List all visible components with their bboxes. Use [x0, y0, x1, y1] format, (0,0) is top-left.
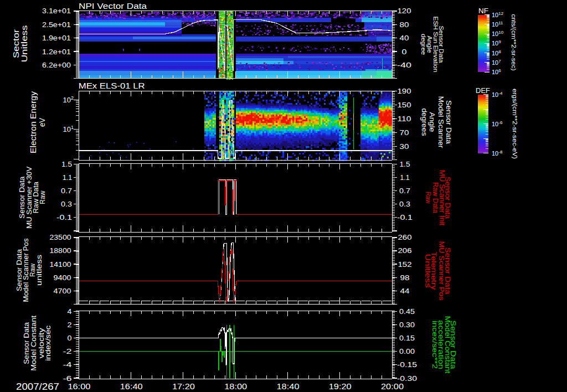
- svg-text:NF: NF: [478, 7, 488, 15]
- svg-text:1.1: 1.1: [400, 173, 410, 182]
- svg-text:3.1e+01: 3.1e+01: [42, 7, 71, 15]
- svg-text:unitless: unitless: [35, 254, 43, 286]
- svg-text:ESH Sun Elevation: ESH Sun Elevation: [432, 17, 439, 73]
- svg-text:MEx ELS-01 LR: MEx ELS-01 LR: [79, 81, 145, 90]
- svg-text:206: 206: [398, 246, 412, 255]
- svg-text:23500: 23500: [50, 233, 71, 241]
- svg-text:152: 152: [398, 260, 412, 269]
- svg-text:98: 98: [400, 274, 410, 282]
- svg-text:Unitless: Unitless: [20, 25, 29, 63]
- svg-text:0.7: 0.7: [61, 187, 72, 195]
- svg-text:incex/sec**2: incex/sec**2: [431, 321, 439, 369]
- svg-text:0: 0: [402, 48, 407, 56]
- svg-text:2007/267: 2007/267: [16, 382, 59, 391]
- svg-text:4700: 4700: [54, 287, 71, 295]
- svg-text:17:20: 17:20: [172, 381, 195, 391]
- svg-text:Sector: Sector: [12, 29, 20, 58]
- svg-text:Model Scanner: Model Scanner: [437, 96, 445, 148]
- svg-text:Raw: Raw: [424, 192, 432, 204]
- svg-text:120: 120: [398, 7, 411, 15]
- svg-text:-4: -4: [63, 360, 72, 369]
- svg-text:0: 0: [68, 334, 72, 342]
- svg-text:0.3: 0.3: [399, 200, 410, 208]
- svg-text:18:40: 18:40: [277, 381, 300, 391]
- svg-text:190: 190: [398, 87, 411, 95]
- svg-text:0.30: 0.30: [399, 321, 415, 329]
- svg-text:0.00: 0.00: [399, 347, 415, 355]
- svg-text:19:20: 19:20: [329, 381, 352, 391]
- svg-text:DEF: DEF: [476, 86, 490, 95]
- svg-text:1.5: 1.5: [61, 160, 72, 168]
- svg-text:Raw: Raw: [38, 190, 47, 204]
- svg-text:2.5e+01: 2.5e+01: [42, 20, 71, 29]
- svg-text:0.45: 0.45: [399, 307, 415, 316]
- svg-text:110: 110: [398, 115, 411, 123]
- svg-text:-2: -2: [63, 347, 72, 355]
- svg-text:ergs/(cm**2-sr-sec-eV): ergs/(cm**2-sr-sec-eV): [512, 89, 518, 159]
- svg-text:16:40: 16:40: [120, 381, 143, 391]
- svg-text:2: 2: [68, 321, 72, 329]
- svg-text:-40: -40: [397, 61, 411, 69]
- svg-text:Unitless: Unitless: [424, 254, 431, 288]
- svg-text:150: 150: [398, 101, 411, 109]
- svg-text:NPI Vector Data: NPI Vector Data: [79, 2, 147, 11]
- svg-text:-0.1: -0.1: [397, 213, 413, 221]
- svg-text:44: 44: [400, 287, 410, 295]
- svg-text:Raw Data: Raw Data: [431, 182, 439, 213]
- svg-text:40: 40: [400, 34, 409, 42]
- svg-text:18800: 18800: [50, 246, 71, 255]
- svg-text:20:00: 20:00: [381, 381, 404, 391]
- svg-text:0.15: 0.15: [399, 334, 415, 342]
- svg-text:MU Scanner Pos: MU Scanner Pos: [437, 241, 445, 301]
- svg-text:Sensor Data: Sensor Data: [445, 100, 452, 144]
- svg-text:degree: degree: [420, 34, 427, 55]
- svg-text:1.5: 1.5: [400, 160, 410, 168]
- svg-text:30: 30: [400, 142, 409, 151]
- svg-text:degrees: degrees: [420, 108, 428, 136]
- svg-text:-0.15: -0.15: [397, 360, 417, 369]
- svg-text:16:00: 16:00: [68, 381, 90, 391]
- svg-text:1.9e+01: 1.9e+01: [42, 34, 71, 42]
- svg-text:18:00: 18:00: [224, 381, 247, 391]
- svg-text:14100: 14100: [50, 260, 71, 269]
- svg-text:0.7: 0.7: [399, 187, 410, 195]
- svg-text:4: 4: [68, 307, 72, 316]
- svg-text:1.1: 1.1: [63, 173, 72, 182]
- svg-text:260: 260: [398, 233, 412, 241]
- svg-text:-0.1: -0.1: [56, 213, 72, 221]
- svg-text:70: 70: [400, 128, 409, 137]
- svg-text:80: 80: [400, 20, 409, 29]
- svg-text:cnts/(cm**2-sr-sec): cnts/(cm**2-sr-sec): [511, 14, 517, 71]
- svg-text:6.2e+00: 6.2e+00: [42, 61, 71, 69]
- svg-text:index/sec: index/sec: [44, 325, 52, 361]
- svg-text:1.2e+01: 1.2e+01: [42, 48, 71, 56]
- svg-text:9400: 9400: [54, 274, 71, 282]
- svg-text:Angle: Angle: [428, 112, 436, 132]
- svg-text:eV: eV: [38, 117, 47, 127]
- svg-text:Electron Energy: Electron Energy: [29, 91, 38, 153]
- svg-text:0.3: 0.3: [61, 200, 72, 208]
